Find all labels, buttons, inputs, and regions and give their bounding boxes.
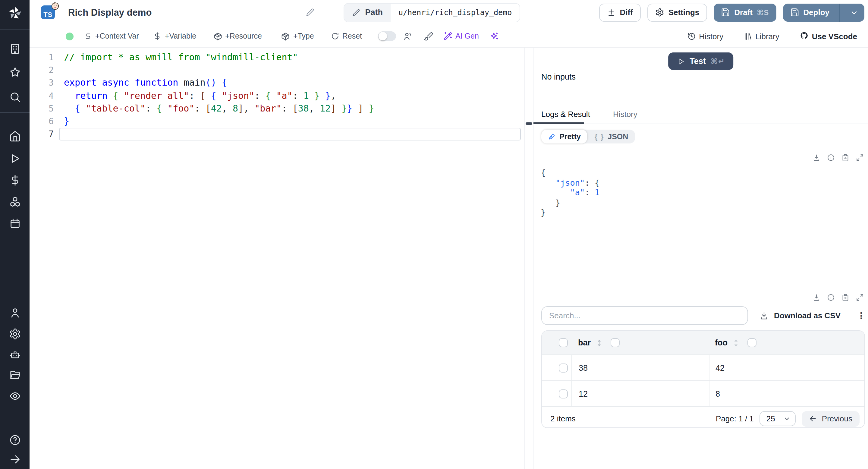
row-checkbox[interactable] [559,389,568,398]
sort-icon[interactable] [595,339,603,346]
code-text[interactable]: export async function main() { [64,77,227,88]
json-line: } [541,207,599,217]
draft-shortcut: ⌘S [757,8,769,17]
download-icon[interactable] [812,293,820,302]
ai-gen-button[interactable]: AI Gen [443,31,479,41]
code-line[interactable]: 1// import * as wmill from "windmill-cli… [30,51,524,64]
arrow-right-icon[interactable] [9,453,21,465]
code-line[interactable]: 2 [30,64,524,76]
add-type-button[interactable]: +Type [281,32,314,41]
table-result-actions [812,293,864,302]
path-control[interactable]: Path u/henri/rich_display_demo [343,3,520,22]
path-value[interactable]: u/henri/rich_display_demo [391,3,520,22]
home-icon[interactable] [9,130,21,142]
previous-page-button[interactable]: Previous [802,411,860,427]
library-button[interactable]: Library [743,32,779,41]
play-icon[interactable] [9,153,21,164]
reset-button[interactable]: Reset [331,32,362,40]
info-icon[interactable] [827,154,835,162]
download-icon[interactable] [812,154,820,162]
tab-history[interactable]: History [613,110,638,119]
sparkles-icon[interactable] [490,31,499,41]
search-icon[interactable] [9,91,21,103]
expand-icon[interactable] [856,293,864,302]
eye-icon[interactable] [9,390,21,402]
kebab-menu-icon[interactable]: ⋮ [855,307,867,324]
code-line[interactable]: 7 [30,128,524,141]
chevron-down-icon[interactable] [844,8,864,17]
help-circle-icon[interactable] [9,434,21,446]
sort-icon[interactable] [733,339,740,346]
folder-icon[interactable] [9,369,21,381]
settings-button[interactable]: Settings [647,3,707,22]
edit-title-pencil-icon[interactable] [305,8,314,17]
header-actions: Diff Settings Draft ⌘S Deploy [599,3,864,22]
add-variable-button[interactable]: +Variable [153,32,196,40]
table-row[interactable]: 3842 [542,354,864,380]
clipboard-copy-icon[interactable] [841,293,849,302]
user-icon[interactable] [9,307,21,319]
star-icon[interactable] [9,66,21,79]
select-all-checkbox[interactable] [559,338,568,347]
path-label[interactable]: Path [344,3,391,22]
column-checkbox[interactable] [747,338,756,347]
pretty-toggle[interactable]: Pretty [541,130,587,144]
code-text[interactable]: { "table-col": { "foo": [42, 8], "bar": … [64,103,374,114]
result-table: bar foo 3842128 2 items [541,330,865,428]
column-header-foo[interactable]: foo [709,338,864,347]
gear-icon[interactable] [9,328,21,340]
json-toggle[interactable]: { } JSON [587,132,635,141]
code-text[interactable]: } [64,116,69,127]
add-resource-button[interactable]: +Resource [213,32,262,41]
code-line[interactable]: 5 { "table-col": { "foo": [42, 8], "bar"… [30,102,524,115]
row-checkbox[interactable] [559,363,568,372]
pencil-icon [352,8,360,17]
table-header: bar foo [542,331,864,354]
expand-icon[interactable] [856,154,864,162]
header: TS Rich Display demo Path u/henri/rich_d… [30,0,868,25]
column-checkbox[interactable] [611,338,620,347]
search-input[interactable] [541,306,748,325]
editor-toolbar: +Context Var +Variable +Resource +Type R… [30,25,868,48]
building-icon[interactable] [9,43,21,55]
result-actions [812,154,864,162]
deploy-button[interactable]: Deploy [783,3,864,22]
cubes-icon[interactable] [9,196,21,208]
dollar-icon[interactable] [9,174,21,186]
save-icon [790,8,799,17]
multiplayer-users-icon[interactable] [403,31,412,41]
add-context-var-button[interactable]: +Context Var [84,32,139,40]
tab-logs-result[interactable]: Logs & Result [541,110,590,119]
code-editor[interactable]: 1// import * as wmill from "windmill-cli… [30,48,525,469]
clipboard-copy-icon[interactable] [841,154,849,162]
use-vscode-button[interactable]: Use VScode [799,31,857,41]
pen-nib-icon [548,133,556,140]
draft-button[interactable]: Draft ⌘S [714,3,776,22]
panel-resize-handle[interactable] [526,122,532,125]
code-text[interactable]: return { "render_all": [ { "json": { "a"… [64,90,336,101]
github-icon [799,31,809,41]
code-line[interactable]: 6} [30,115,524,128]
code-text[interactable]: // import * as wmill from "windmill-clie… [64,52,298,62]
bot-icon[interactable] [9,349,21,361]
page-size-select[interactable]: 25 [760,411,796,426]
multiplayer-toggle[interactable] [378,31,396,41]
play-icon [676,57,685,65]
info-icon[interactable] [827,293,835,302]
app-window: TS Rich Display demo Path u/henri/rich_d… [0,0,868,469]
format-brush-icon[interactable] [424,31,433,41]
test-button[interactable]: Test ⌘↵ [668,53,734,70]
select-all-cell [542,338,571,347]
code-line[interactable]: 3export async function main() { [30,76,524,89]
code-lines[interactable]: 1// import * as wmill from "windmill-cli… [30,51,524,140]
download-csv-button[interactable]: Download as CSV [760,306,841,325]
calendar-icon[interactable] [9,218,21,230]
code-line[interactable]: 4 return { "render_all": [ { "json": { "… [30,89,524,102]
windmill-logo-icon[interactable] [7,5,23,21]
json-result: { "json": { "a": 1 }} [541,167,599,217]
arrow-left-icon [809,415,817,423]
diff-button[interactable]: Diff [599,3,641,22]
table-row[interactable]: 128 [542,380,864,406]
history-button[interactable]: History [687,32,723,41]
column-header-bar[interactable]: bar [571,338,709,347]
